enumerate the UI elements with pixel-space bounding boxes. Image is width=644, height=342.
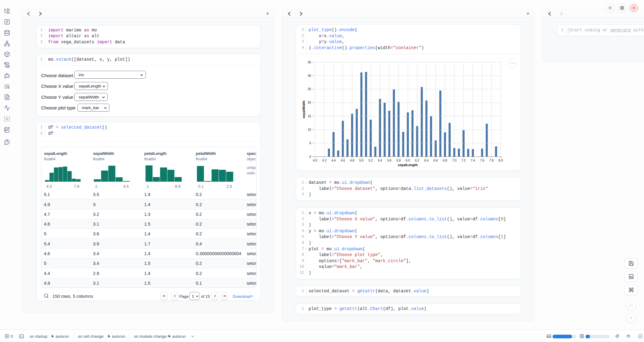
svg-text:5.6: 5.6 [387,159,392,162]
svg-text:7.4: 7.4 [471,159,475,162]
svg-text:15: 15 [308,115,311,118]
svg-text:7.8: 7.8 [489,159,494,162]
svg-text:5.4: 5.4 [378,159,382,162]
svg-text:6.6: 6.6 [434,159,438,162]
svg-text:6.0: 6.0 [406,159,410,162]
svg-text:4.8: 4.8 [350,159,354,162]
svg-text:7.0: 7.0 [452,159,456,162]
svg-text:6.4: 6.4 [424,159,428,162]
svg-text:6.8: 6.8 [443,159,447,162]
svg-text:sepalLength: sepalLength [398,163,418,167]
svg-text:20: 20 [308,101,311,104]
svg-text:4.0: 4.0 [313,159,317,162]
svg-text:8.0: 8.0 [499,159,503,162]
svg-text:30: 30 [308,74,311,77]
svg-text:5: 5 [309,141,311,145]
svg-text:10: 10 [308,128,311,131]
svg-text:5.0: 5.0 [359,159,363,162]
svg-text:25: 25 [308,87,311,91]
svg-text:4.2: 4.2 [322,159,327,162]
svg-text:35: 35 [308,61,311,64]
svg-text:7.6: 7.6 [480,159,484,162]
svg-text:sepalWidth: sepalWidth [302,100,306,118]
svg-text:7.2: 7.2 [461,159,466,162]
svg-text:6.2: 6.2 [415,159,419,162]
svg-text:4.4: 4.4 [331,159,336,162]
svg-text:5.8: 5.8 [396,159,401,162]
svg-text:5.2: 5.2 [369,159,373,162]
svg-text:4.6: 4.6 [341,159,345,162]
svg-text:0: 0 [309,155,311,159]
